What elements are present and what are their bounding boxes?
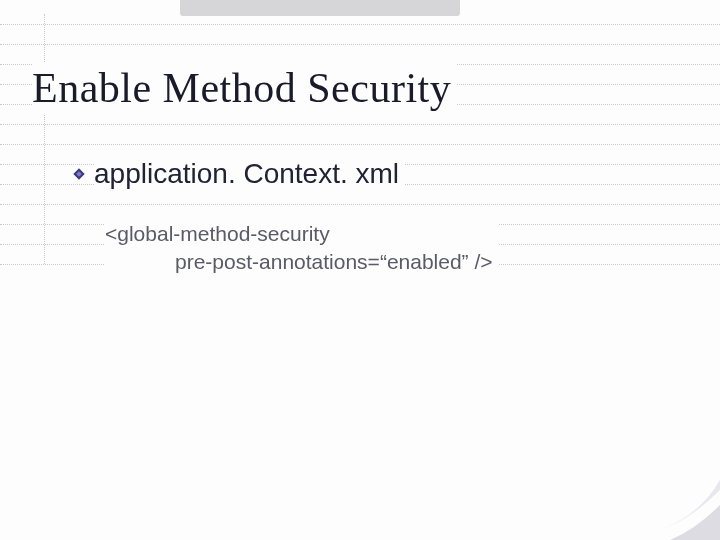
corner-accent	[600, 460, 720, 540]
margin-rule	[44, 14, 45, 264]
code-snippet: <global-method-security pre-post-annotat…	[105, 218, 499, 279]
code-line-2: pre-post-annotations=“enabled” />	[105, 248, 493, 276]
diamond-bullet-icon	[72, 167, 86, 181]
slide-title: Enable Method Security	[32, 62, 457, 114]
bullet-item: application. Context. xml	[72, 158, 405, 190]
bullet-label: application. Context. xml	[94, 158, 405, 190]
code-line-1: <global-method-security	[105, 220, 493, 248]
